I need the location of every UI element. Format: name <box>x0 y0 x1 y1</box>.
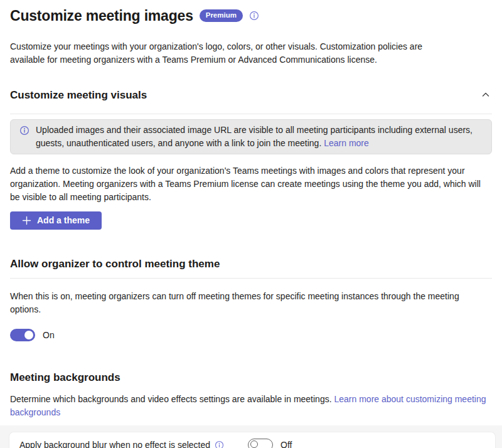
toggle-knob <box>250 440 258 448</box>
backgrounds-section-header: Meeting backgrounds <box>10 370 492 386</box>
settings-page: Customize meeting images Premium Customi… <box>0 0 502 419</box>
section-divider <box>10 114 492 114</box>
toggle-knob <box>24 331 33 339</box>
add-theme-description: Add a theme to customize the look of you… <box>10 164 492 204</box>
banner-info-icon <box>19 125 29 136</box>
background-blur-row: Apply background blur when no effect is … <box>9 432 495 448</box>
organizer-theme-toggle[interactable] <box>10 329 35 341</box>
add-theme-button[interactable]: Add a theme <box>10 211 102 230</box>
add-theme-button-label: Add a theme <box>37 215 90 225</box>
backgrounds-section-title: Meeting backgrounds <box>10 370 120 386</box>
plus-icon <box>22 216 31 225</box>
chevron-up-icon <box>481 90 491 100</box>
visuals-section-header: Customize meeting visuals <box>10 87 492 104</box>
toggle-state-label: Off <box>280 439 292 448</box>
background-blur-label: Apply background blur when no effect is … <box>19 439 210 448</box>
banner-message: Uploaded images and their associated ima… <box>36 124 483 150</box>
info-banner: Uploaded images and their associated ima… <box>10 119 492 154</box>
page-title: Customize meeting images <box>10 5 193 27</box>
backgrounds-description-text: Determine which backgrounds and video ef… <box>10 394 332 404</box>
settings-rows-strip: Apply background blur when no effect is … <box>0 425 502 448</box>
banner-learn-more-link[interactable]: Learn more <box>324 138 369 148</box>
background-blur-toggle[interactable] <box>248 439 273 448</box>
premium-badge: Premium <box>200 9 243 22</box>
toggle-state-label: On <box>43 329 55 342</box>
page-description: Customize your meetings with your organi… <box>10 40 459 67</box>
organizer-section-header: Allow organizer to control meeting theme <box>10 256 492 272</box>
visuals-section-title: Customize meeting visuals <box>10 87 147 104</box>
section-divider <box>10 278 492 279</box>
organizer-theme-toggle-row: On <box>10 329 492 342</box>
title-info-icon[interactable] <box>249 11 259 21</box>
collapse-section-button[interactable] <box>479 88 492 101</box>
page-header: Customize meeting images Premium <box>10 5 492 27</box>
banner-text: Uploaded images and their associated ima… <box>36 125 473 148</box>
row-label-group: Apply background blur when no effect is … <box>19 439 248 448</box>
organizer-description: When this is on, meeting organizers can … <box>10 290 492 316</box>
backgrounds-description: Determine which backgrounds and video ef… <box>10 393 492 419</box>
settings-rows-card: Apply background blur when no effect is … <box>9 432 496 448</box>
organizer-section-title: Allow organizer to control meeting theme <box>10 256 220 272</box>
background-blur-info-icon[interactable] <box>215 440 224 448</box>
